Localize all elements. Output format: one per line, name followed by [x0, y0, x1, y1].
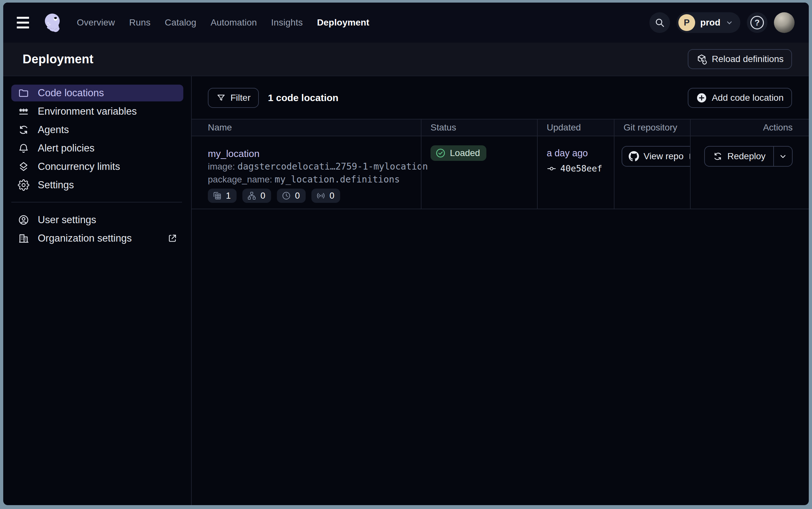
cell-status: Loaded [421, 136, 537, 209]
layers-icon [18, 161, 29, 172]
column-header-name: Name [192, 120, 421, 136]
help-button[interactable]: ? [747, 12, 768, 33]
building-icon [18, 233, 29, 244]
add-code-location-button[interactable]: Add code location [688, 88, 792, 108]
plus-circle-icon [696, 92, 707, 103]
sidebar-item-label: Settings [38, 179, 74, 191]
jobs-count-badge[interactable]: 0 [243, 189, 271, 203]
cell-git-repository: View repo [614, 136, 690, 209]
deployment-switcher[interactable]: P prod [676, 12, 740, 33]
sidebar-item-alert-policies[interactable]: Alert policies [11, 140, 183, 157]
sidebar-item-code-locations[interactable]: Code locations [11, 84, 183, 101]
sidebar-item-agents[interactable]: Agents [11, 122, 183, 138]
column-header-status: Status [421, 120, 537, 136]
sync-icon [712, 151, 723, 162]
sidebar-item-label: Concurrency limits [38, 161, 120, 172]
user-circle-icon [18, 214, 29, 226]
column-header-actions: Actions [690, 120, 809, 136]
sidebar-item-concurrency-limits[interactable]: Concurrency limits [11, 158, 183, 175]
assets-icon [212, 191, 222, 201]
deployment-sidebar: Code locations Environment variables [3, 76, 192, 505]
funnel-icon [216, 93, 226, 103]
search-icon [655, 18, 665, 28]
filter-button[interactable]: Filter [208, 88, 259, 108]
sidebar-item-environment-variables[interactable]: Environment variables [11, 103, 183, 120]
sidebar-item-label: Agents [38, 124, 69, 136]
sensors-icon [316, 191, 326, 201]
jobs-icon [247, 191, 257, 201]
code-locations-table: Name Status Updated Git repository Actio… [192, 119, 809, 209]
user-avatar[interactable] [774, 12, 795, 33]
image-value: dagstercodelocati…2759-1-mylocation [237, 161, 428, 172]
reload-definitions-button[interactable]: Reload definitions [688, 49, 792, 69]
check-circle-icon [435, 147, 446, 159]
topnav-right-cluster: P prod ? [649, 12, 795, 33]
dagster-logo-icon[interactable] [43, 12, 63, 33]
assets-count: 1 [226, 191, 231, 201]
commit-line: 40e58eef [547, 163, 614, 173]
nav-runs[interactable]: Runs [129, 18, 150, 28]
view-repo-button[interactable]: View repo [622, 146, 690, 167]
view-repo-label: View repo [643, 151, 684, 162]
question-icon: ? [750, 16, 764, 29]
gear-icon [18, 179, 29, 191]
nav-automation[interactable]: Automation [211, 18, 257, 28]
env-vars-icon [18, 106, 29, 117]
sensors-count-badge[interactable]: 0 [311, 189, 340, 203]
git-commit-icon [547, 164, 556, 173]
sidebar-item-settings[interactable]: Settings [11, 177, 183, 194]
top-navigation: Overview Runs Catalog Automation Insight… [3, 3, 809, 43]
package-value: my_location.definitions [274, 174, 400, 185]
nav-deployment[interactable]: Deployment [317, 18, 369, 28]
sidebar-item-label: Environment variables [38, 106, 137, 117]
app-window: Overview Runs Catalog Automation Insight… [3, 3, 809, 505]
nav-overview[interactable]: Overview [77, 18, 115, 28]
redeploy-button[interactable]: Redeploy [705, 147, 773, 166]
schedules-count-badge[interactable]: 0 [277, 189, 306, 203]
assets-count-badge[interactable]: 1 [208, 189, 236, 203]
cell-name: my_location image: dagstercodelocati…275… [192, 136, 421, 209]
sidebar-item-label: Alert policies [38, 142, 95, 154]
sidebar-item-label: Code locations [38, 87, 104, 99]
image-meta: image: dagstercodelocati…2759-1-mylocati… [208, 160, 421, 173]
search-button[interactable] [649, 12, 670, 33]
sensors-count: 0 [330, 191, 334, 201]
github-icon [629, 151, 639, 162]
folder-icon [18, 87, 29, 99]
code-locations-panel: Filter 1 code location Add code location… [192, 76, 809, 505]
jobs-count: 0 [260, 191, 265, 201]
menu-hamburger-icon[interactable] [15, 13, 34, 32]
page-title: Deployment [23, 52, 93, 66]
filter-row: Filter 1 code location Add code location [208, 88, 792, 108]
status-label: Loaded [450, 148, 480, 158]
primary-nav: Overview Runs Catalog Automation Insight… [77, 18, 369, 28]
redeploy-split-button: Redeploy [704, 146, 792, 167]
redeploy-menu-button[interactable] [773, 147, 792, 166]
commit-hash: 40e58eef [560, 163, 602, 173]
deployment-initial-badge: P [678, 14, 695, 31]
sidebar-item-organization-settings[interactable]: Organization settings [11, 230, 183, 247]
schedules-count: 0 [295, 191, 300, 201]
nav-catalog[interactable]: Catalog [164, 18, 196, 28]
deployment-name: prod [700, 18, 721, 28]
column-header-updated: Updated [537, 120, 614, 136]
sidebar-divider [11, 202, 182, 203]
package-label: package_name: [208, 174, 272, 184]
column-header-git-repository: Git repository [614, 120, 690, 136]
image-label: image: [208, 162, 235, 171]
sidebar-item-label: Organization settings [38, 233, 132, 244]
updated-time-link[interactable]: a day ago [547, 147, 588, 159]
external-link-icon [167, 233, 178, 243]
sync-icon [18, 124, 29, 136]
sidebar-item-user-settings[interactable]: User settings [11, 211, 183, 228]
bell-icon [18, 142, 29, 154]
reload-definitions-label: Reload definitions [712, 54, 784, 64]
code-location-link[interactable]: my_location [208, 147, 259, 160]
package-meta: package_name: my_location.definitions [208, 173, 421, 186]
reload-cube-icon [696, 54, 707, 65]
definition-count-badges: 1 [208, 189, 421, 203]
table-header: Name Status Updated Git repository Actio… [192, 119, 809, 136]
cell-updated: a day ago 40e58eef [537, 136, 614, 209]
nav-insights[interactable]: Insights [271, 18, 303, 28]
redeploy-label: Redeploy [728, 151, 766, 162]
